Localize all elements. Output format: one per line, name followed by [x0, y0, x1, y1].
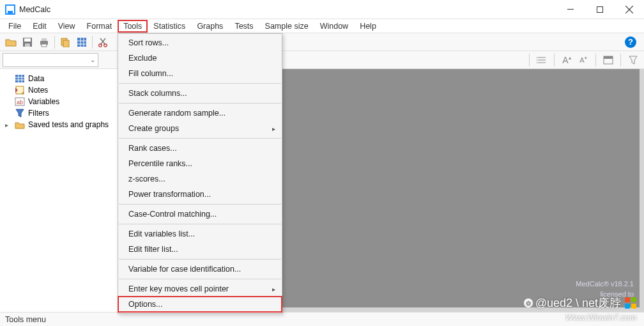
menubar: File Edit View Format Tools Statistics G… [0, 19, 644, 33]
dd-options[interactable]: Options... [118, 297, 282, 312]
dd-enter-key-moves[interactable]: Enter key moves cell pointer▸ [118, 281, 282, 297]
cut-button[interactable] [95, 35, 111, 50]
filters-icon [15, 109, 25, 118]
dd-separator [119, 224, 281, 224]
tree-node-saved[interactable]: ▸ Saved tests and graphs [3, 119, 132, 130]
paw-icon: ✿ [524, 299, 533, 307]
toolbar-separator [529, 54, 530, 66]
svg-rect-7 [42, 44, 47, 47]
tree-label: Data [28, 74, 44, 83]
dd-edit-filter[interactable]: Edit filter list... [118, 242, 282, 257]
dd-separator [119, 83, 281, 84]
dd-separator [119, 138, 281, 139]
app-icon [5, 4, 15, 15]
dd-z-scores[interactable]: z-scores... [118, 171, 282, 187]
svg-point-22 [537, 57, 537, 58]
menu-window[interactable]: Window [314, 20, 354, 33]
tree-node-notes[interactable]: Notes [3, 84, 132, 96]
toolbar-separator [554, 54, 555, 66]
copy-button[interactable] [57, 35, 73, 50]
maximize-button[interactable] [585, 0, 615, 19]
dd-create-groups[interactable]: Create groups▸ [118, 121, 282, 136]
toolbar-separator [92, 36, 93, 49]
watermark-text: @ued2 \ net废脖 [535, 295, 621, 311]
dd-edit-variables[interactable]: Edit variables list... [118, 226, 282, 242]
statusbar-text: Tools menu [5, 315, 46, 324]
dd-stack-columns[interactable]: Stack columns... [118, 86, 282, 101]
svg-point-17 [99, 43, 102, 47]
table-style-button[interactable] [600, 52, 617, 68]
close-button[interactable] [615, 0, 644, 19]
tree-node-variables[interactable]: ab Variables [3, 96, 132, 107]
tree-arrow[interactable]: ▸ [5, 121, 12, 128]
tools-dropdown: Sort rows... Exclude Fill column... Stac… [118, 33, 282, 314]
dd-separator [119, 259, 281, 260]
font-increase-button[interactable]: A▴ [558, 52, 575, 68]
svg-rect-6 [42, 38, 47, 41]
svg-rect-26 [604, 56, 613, 59]
svg-point-18 [104, 43, 107, 47]
list-button[interactable] [533, 52, 550, 68]
svg-rect-10 [77, 38, 86, 47]
toolbar2-extra: A▴ A▾ [525, 52, 641, 68]
tree-label: Saved tests and graphs [28, 120, 109, 129]
menu-file[interactable]: File [3, 20, 27, 33]
dd-exclude[interactable]: Exclude [118, 50, 282, 66]
svg-rect-35 [625, 297, 630, 302]
submenu-arrow-icon: ▸ [272, 125, 275, 132]
dd-case-control[interactable]: Case-Control matching... [118, 206, 282, 222]
dd-separator [119, 103, 281, 104]
tree-node-data[interactable]: Data [3, 73, 132, 84]
font-decrease-button[interactable]: A▾ [575, 52, 592, 68]
toolbar-separator [54, 36, 55, 49]
menu-tools[interactable]: Tools [118, 20, 148, 33]
menu-statistics[interactable]: Statistics [148, 20, 191, 33]
svg-rect-36 [631, 297, 636, 302]
svg-rect-4 [25, 43, 30, 47]
submenu-arrow-icon: ▸ [272, 286, 275, 293]
dd-power-transformation[interactable]: Power transformation... [118, 187, 282, 202]
minimize-button[interactable] [556, 0, 585, 19]
print-button[interactable] [36, 35, 52, 50]
menu-format[interactable]: Format [81, 20, 118, 33]
dd-fill-column[interactable]: Fill column... [118, 66, 282, 81]
menu-sample-size[interactable]: Sample size [259, 20, 314, 33]
dd-generate-random[interactable]: Generate random sample... [118, 105, 282, 121]
dd-variable-identification[interactable]: Variable for case identification... [118, 261, 282, 277]
svg-point-23 [537, 59, 537, 61]
name-box[interactable]: ⌄ [3, 53, 98, 67]
license-line1: MedCalc® v18.2.1 [576, 279, 634, 289]
filter-toggle-button[interactable] [625, 52, 641, 68]
menu-tests[interactable]: Tests [229, 20, 259, 33]
data-icon [15, 74, 25, 83]
watermark-sub: Www.Winwin7.com [565, 313, 636, 322]
tree-node-filters[interactable]: Filters [3, 107, 132, 119]
statusbar: Tools menu [0, 312, 644, 326]
grid-button[interactable] [73, 35, 90, 50]
dd-separator [119, 204, 281, 205]
toolbar-separator [595, 54, 596, 66]
menu-edit[interactable]: Edit [27, 20, 52, 33]
menu-graphs[interactable]: Graphs [191, 20, 229, 33]
watermark: ✿ @ued2 \ net废脖 [524, 295, 638, 311]
menu-view[interactable]: View [52, 20, 81, 33]
windows-logo-icon [624, 296, 638, 310]
dd-sort-rows[interactable]: Sort rows... [118, 35, 282, 50]
toolbar-secondary: ⌄ A▴ A▾ [0, 51, 644, 69]
toolbar-separator [620, 54, 621, 66]
content-area: Data Notes ab Variables Filters ▸ Saved … [0, 69, 644, 312]
help-button[interactable]: ? [625, 36, 636, 48]
dd-separator [119, 279, 281, 279]
open-button[interactable] [3, 35, 19, 50]
save-button[interactable] [19, 35, 36, 50]
notes-icon [15, 86, 25, 95]
svg-rect-3 [24, 38, 31, 42]
window-controls [556, 0, 644, 19]
dd-percentile-ranks[interactable]: Percentile ranks... [118, 156, 282, 171]
menu-help[interactable]: Help [354, 20, 382, 33]
saved-icon [15, 120, 25, 129]
svg-rect-37 [625, 304, 630, 309]
toolbar-main: ? [0, 33, 644, 51]
svg-rect-27 [15, 75, 24, 82]
dd-rank-cases[interactable]: Rank cases... [118, 141, 282, 156]
